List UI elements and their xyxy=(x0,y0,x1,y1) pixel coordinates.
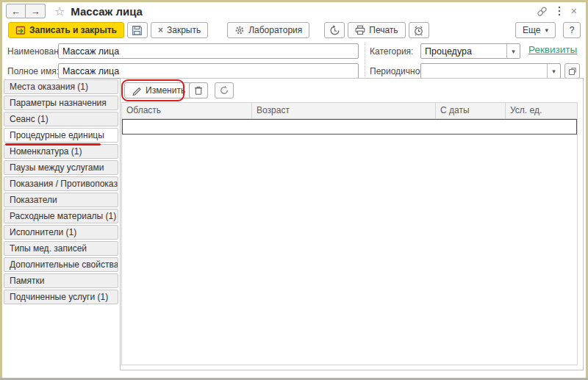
sidebar-tab-10[interactable]: Типы мед. записей xyxy=(4,241,118,256)
toolbar: Записать и закрыть × Закрыть xyxy=(2,20,586,40)
category-dropdown-icon[interactable]: ▾ xyxy=(506,44,520,58)
save-button[interactable] xyxy=(127,22,148,38)
laboratory-button[interactable]: Лаборатория xyxy=(227,22,309,38)
category-select[interactable]: Процедура ▾ xyxy=(420,43,520,59)
sidebar-tab-8[interactable]: Расходные материалы (1) xyxy=(4,209,118,223)
save-close-icon xyxy=(15,25,26,35)
pencil-icon xyxy=(132,85,142,96)
more-button[interactable]: Еще ▾ xyxy=(515,22,556,38)
periodicity-dropdown-icon[interactable]: ▾ xyxy=(547,64,560,78)
gear-icon xyxy=(234,25,245,35)
sidebar-tab-6[interactable]: Показания / Противопоказания xyxy=(4,176,118,191)
column-header[interactable]: С даты xyxy=(436,103,506,118)
open-form-icon xyxy=(568,67,577,76)
column-header[interactable]: Возраст xyxy=(252,103,436,118)
reminder-button[interactable] xyxy=(409,22,429,38)
sidebar-tab-11[interactable]: Дополнительные свойства xyxy=(4,257,118,272)
requisites-link[interactable]: Реквизиты xyxy=(528,44,577,55)
titlebar-actions: × xyxy=(537,5,577,17)
page-title: Массаж лица xyxy=(71,5,143,18)
alarm-clock-icon xyxy=(413,25,424,36)
close-x-icon: × xyxy=(158,25,163,35)
toolbar-right: Еще ▾ ? xyxy=(515,22,581,38)
close-window-icon[interactable]: × xyxy=(571,5,577,17)
periodicity-select[interactable]: ▾ xyxy=(420,63,561,79)
full-name-label: Полное имя: xyxy=(7,66,59,76)
help-button[interactable]: ? xyxy=(563,22,581,38)
chevron-down-icon: ▾ xyxy=(545,26,548,34)
favorite-star-icon[interactable]: ☆ xyxy=(54,4,65,18)
column-header[interactable]: Область xyxy=(122,103,252,118)
delete-button[interactable] xyxy=(189,82,208,98)
app-window: ← → ☆ Массаж лица × xyxy=(0,0,588,380)
category-label: Категория: xyxy=(370,46,413,57)
print-label: Печать xyxy=(369,25,398,35)
sidebar-tab-3[interactable]: Процедурные единицы xyxy=(4,128,118,143)
history-icon xyxy=(329,25,340,36)
more-label: Еще xyxy=(523,25,540,35)
help-label: ? xyxy=(570,25,575,35)
refresh-icon xyxy=(219,85,229,96)
refresh-button[interactable] xyxy=(215,82,234,98)
full-name-input[interactable] xyxy=(58,63,359,79)
save-and-close-label: Записать и закрыть xyxy=(29,25,117,35)
floppy-icon xyxy=(132,25,143,36)
history-button[interactable] xyxy=(324,22,345,38)
sidebar-tab-12[interactable]: Памятки xyxy=(4,273,118,288)
close-button[interactable]: × Закрыть xyxy=(151,22,208,38)
nav-history-group: ← → xyxy=(6,4,46,18)
sidebar-tab-5[interactable]: Паузы между услугами xyxy=(4,160,118,175)
sidebar-tab-4[interactable]: Номенклатура (1) xyxy=(4,144,118,159)
sidebar-tab-0[interactable]: Места оказания (1) xyxy=(4,79,118,94)
save-and-close-button[interactable]: Записать и закрыть xyxy=(8,22,124,38)
fields-separator xyxy=(365,43,365,79)
edit-button[interactable]: Изменить xyxy=(124,82,193,98)
edit-label: Изменить xyxy=(146,85,185,96)
close-label: Закрыть xyxy=(167,25,201,35)
category-value: Процедура xyxy=(421,46,506,57)
content-panel: Изменить ОбластьВозрастС датыУсл. ед. xyxy=(120,78,584,370)
sidebar-tab-9[interactable]: Исполнители (1) xyxy=(4,225,118,240)
sidebar-tab-7[interactable]: Показатели xyxy=(4,193,118,207)
forward-button[interactable]: → xyxy=(26,4,46,18)
sidebar-tabs: Места оказания (1)Параметры назначенияСе… xyxy=(4,79,118,304)
procedure-units-table: ОбластьВозрастС датыУсл. ед. xyxy=(121,102,578,365)
sidebar-tab-1[interactable]: Параметры назначения xyxy=(4,96,118,110)
table-header: ОбластьВозрастС датыУсл. ед. xyxy=(122,103,577,119)
laboratory-label: Лаборатория xyxy=(248,25,302,35)
column-header[interactable]: Усл. ед. xyxy=(506,103,577,118)
trash-icon xyxy=(193,85,204,96)
table-row-selected[interactable] xyxy=(122,119,577,135)
link-icon[interactable] xyxy=(537,6,548,17)
periodicity-open-button[interactable] xyxy=(564,63,580,79)
annotation-red-underline xyxy=(5,143,101,146)
sidebar-tab-2[interactable]: Сеанс (1) xyxy=(4,112,118,126)
print-button[interactable]: Печать xyxy=(348,22,405,38)
back-button[interactable]: ← xyxy=(6,4,26,18)
name-input[interactable] xyxy=(58,43,359,59)
sidebar-tab-13[interactable]: Подчиненные услуги (1) xyxy=(4,290,118,304)
printer-icon xyxy=(355,25,365,35)
titlebar: ← → ☆ Массаж лица × xyxy=(2,2,586,20)
kebab-menu-icon[interactable] xyxy=(558,6,561,16)
